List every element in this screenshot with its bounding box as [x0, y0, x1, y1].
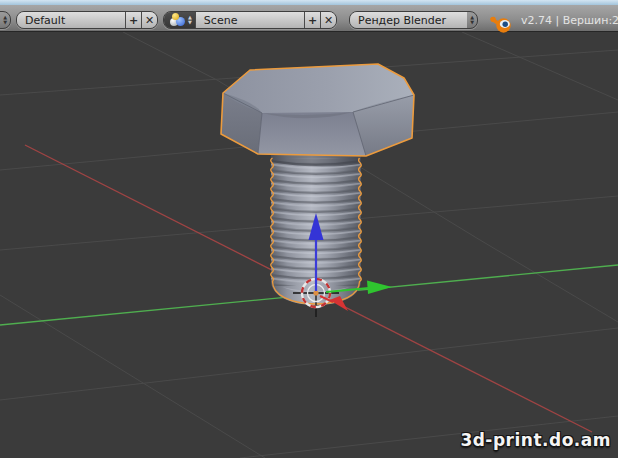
- screen-layout-value: Default: [25, 14, 65, 27]
- object-origin: [313, 290, 318, 295]
- scene-name-value: Scene: [204, 14, 238, 27]
- 3d-viewport[interactable]: [0, 0, 618, 458]
- scene-group: ▲▼ Scene + ✕: [163, 11, 337, 29]
- add-layout-button[interactable]: +: [125, 12, 141, 28]
- info-header: ▲▼ Default + ✕ ▲▼ Scene + ✕: [0, 5, 618, 32]
- delete-layout-button[interactable]: ✕: [141, 12, 157, 28]
- scene-browse-button[interactable]: ▲▼: [164, 12, 195, 28]
- render-engine-value: Рендер Blender: [358, 14, 446, 27]
- render-engine-dropdown[interactable]: Рендер Blender ▲▼: [349, 11, 478, 29]
- scene-name-field[interactable]: Scene: [195, 12, 304, 28]
- add-scene-button[interactable]: +: [304, 12, 320, 28]
- blender-window: ▲▼ Default + ✕ ▲▼ Scene + ✕: [0, 0, 618, 458]
- chevron-updown-icon: ▲▼: [0, 12, 10, 28]
- watermark-text: 3d-print.do.am: [460, 430, 611, 450]
- editor-type-selector[interactable]: ▲▼: [0, 11, 11, 29]
- chevron-updown-icon: ▲▼: [467, 12, 477, 28]
- chevron-updown-icon: ▲▼: [185, 15, 195, 25]
- blender-logo-icon: [490, 16, 514, 34]
- screen-layout-group: Default + ✕: [16, 11, 158, 29]
- bolt-head: [221, 64, 414, 156]
- screen-layout-field[interactable]: Default: [17, 12, 125, 28]
- delete-scene-button[interactable]: ✕: [320, 12, 336, 28]
- status-version-stats: v2.74 | Вершин:2,503: [521, 14, 618, 30]
- scene-icon: [169, 13, 185, 27]
